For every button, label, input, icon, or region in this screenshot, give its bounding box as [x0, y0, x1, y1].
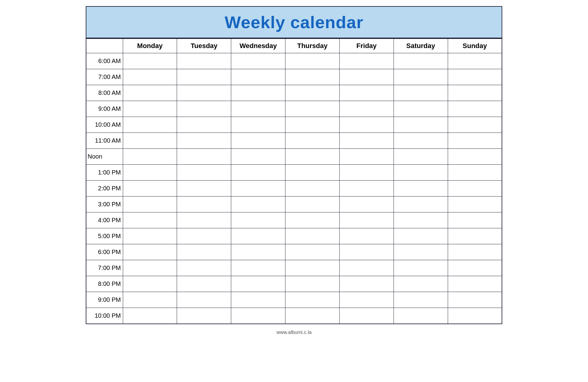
calendar-cell[interactable] — [394, 85, 448, 101]
calendar-cell[interactable] — [231, 308, 285, 324]
calendar-cell[interactable] — [394, 244, 448, 260]
calendar-cell[interactable] — [231, 228, 285, 244]
calendar-cell[interactable] — [231, 133, 285, 149]
calendar-cell[interactable] — [123, 117, 177, 133]
calendar-cell[interactable] — [285, 165, 340, 181]
calendar-cell[interactable] — [394, 165, 448, 181]
calendar-cell[interactable] — [231, 53, 285, 69]
calendar-cell[interactable] — [339, 276, 394, 292]
calendar-cell[interactable] — [448, 260, 502, 276]
calendar-cell[interactable] — [231, 212, 285, 228]
calendar-cell[interactable] — [123, 69, 177, 85]
calendar-cell[interactable] — [177, 308, 231, 324]
calendar-cell[interactable] — [285, 101, 340, 117]
calendar-cell[interactable] — [123, 85, 177, 101]
calendar-cell[interactable] — [448, 101, 502, 117]
calendar-cell[interactable] — [448, 133, 502, 149]
calendar-cell[interactable] — [285, 308, 340, 324]
calendar-cell[interactable] — [339, 181, 394, 197]
calendar-cell[interactable] — [448, 228, 502, 244]
calendar-cell[interactable] — [394, 69, 448, 85]
calendar-cell[interactable] — [231, 197, 285, 212]
calendar-cell[interactable] — [231, 117, 285, 133]
calendar-cell[interactable] — [123, 308, 177, 324]
calendar-cell[interactable] — [394, 117, 448, 133]
calendar-cell[interactable] — [177, 181, 231, 197]
calendar-cell[interactable] — [285, 244, 340, 260]
calendar-cell[interactable] — [339, 228, 394, 244]
calendar-cell[interactable] — [177, 133, 231, 149]
calendar-cell[interactable] — [448, 149, 502, 165]
calendar-cell[interactable] — [339, 53, 394, 69]
calendar-cell[interactable] — [394, 292, 448, 308]
calendar-cell[interactable] — [394, 228, 448, 244]
calendar-cell[interactable] — [339, 197, 394, 212]
calendar-cell[interactable] — [231, 244, 285, 260]
calendar-cell[interactable] — [177, 197, 231, 212]
calendar-cell[interactable] — [123, 260, 177, 276]
calendar-cell[interactable] — [123, 276, 177, 292]
calendar-cell[interactable] — [394, 308, 448, 324]
calendar-cell[interactable] — [339, 149, 394, 165]
calendar-cell[interactable] — [285, 212, 340, 228]
calendar-cell[interactable] — [339, 244, 394, 260]
calendar-cell[interactable] — [123, 181, 177, 197]
calendar-cell[interactable] — [177, 101, 231, 117]
calendar-cell[interactable] — [231, 165, 285, 181]
calendar-cell[interactable] — [285, 276, 340, 292]
calendar-cell[interactable] — [394, 101, 448, 117]
calendar-cell[interactable] — [285, 133, 340, 149]
calendar-cell[interactable] — [339, 212, 394, 228]
calendar-cell[interactable] — [339, 260, 394, 276]
calendar-cell[interactable] — [285, 69, 340, 85]
calendar-cell[interactable] — [177, 292, 231, 308]
calendar-cell[interactable] — [285, 53, 340, 69]
calendar-cell[interactable] — [231, 69, 285, 85]
calendar-cell[interactable] — [394, 149, 448, 165]
calendar-cell[interactable] — [448, 308, 502, 324]
calendar-cell[interactable] — [339, 165, 394, 181]
calendar-cell[interactable] — [394, 276, 448, 292]
calendar-cell[interactable] — [448, 212, 502, 228]
calendar-cell[interactable] — [339, 133, 394, 149]
calendar-cell[interactable] — [448, 117, 502, 133]
calendar-cell[interactable] — [177, 244, 231, 260]
calendar-cell[interactable] — [177, 212, 231, 228]
calendar-cell[interactable] — [448, 276, 502, 292]
calendar-cell[interactable] — [285, 117, 340, 133]
calendar-cell[interactable] — [231, 292, 285, 308]
calendar-cell[interactable] — [339, 308, 394, 324]
calendar-cell[interactable] — [123, 292, 177, 308]
calendar-cell[interactable] — [448, 197, 502, 212]
calendar-cell[interactable] — [285, 197, 340, 212]
calendar-cell[interactable] — [177, 85, 231, 101]
calendar-cell[interactable] — [448, 244, 502, 260]
calendar-cell[interactable] — [123, 53, 177, 69]
calendar-cell[interactable] — [394, 197, 448, 212]
calendar-cell[interactable] — [394, 212, 448, 228]
calendar-cell[interactable] — [394, 260, 448, 276]
calendar-cell[interactable] — [177, 276, 231, 292]
calendar-cell[interactable] — [448, 53, 502, 69]
calendar-cell[interactable] — [448, 292, 502, 308]
calendar-cell[interactable] — [285, 85, 340, 101]
calendar-cell[interactable] — [123, 133, 177, 149]
calendar-cell[interactable] — [177, 228, 231, 244]
calendar-cell[interactable] — [123, 101, 177, 117]
calendar-cell[interactable] — [123, 244, 177, 260]
calendar-cell[interactable] — [177, 117, 231, 133]
calendar-cell[interactable] — [177, 149, 231, 165]
calendar-cell[interactable] — [231, 276, 285, 292]
calendar-cell[interactable] — [123, 212, 177, 228]
calendar-cell[interactable] — [285, 228, 340, 244]
calendar-cell[interactable] — [231, 181, 285, 197]
calendar-cell[interactable] — [123, 228, 177, 244]
calendar-cell[interactable] — [231, 85, 285, 101]
calendar-cell[interactable] — [448, 165, 502, 181]
calendar-cell[interactable] — [285, 260, 340, 276]
calendar-cell[interactable] — [448, 69, 502, 85]
calendar-cell[interactable] — [123, 149, 177, 165]
calendar-cell[interactable] — [448, 181, 502, 197]
calendar-cell[interactable] — [285, 292, 340, 308]
calendar-cell[interactable] — [394, 181, 448, 197]
